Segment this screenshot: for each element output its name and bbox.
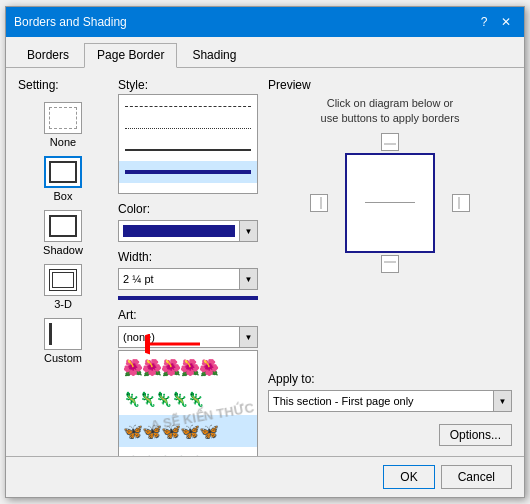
dialog-footer: OK Cancel bbox=[6, 456, 524, 497]
none-icon-box bbox=[44, 102, 82, 134]
color-label: Color: bbox=[118, 202, 258, 216]
art-item-2[interactable]: 🦎🦎🦎🦎🦎 bbox=[119, 383, 257, 415]
left-border-icon bbox=[316, 197, 322, 209]
preview-hint: Click on diagram below oruse buttons to … bbox=[321, 96, 460, 127]
preview-right-border-btn[interactable] bbox=[452, 194, 470, 212]
setting-box-label: Box bbox=[54, 190, 73, 202]
dialog-body: Setting: None Box Shadow bbox=[6, 68, 524, 456]
style-line-3 bbox=[125, 149, 251, 151]
setting-3d[interactable]: 3-D bbox=[18, 262, 108, 312]
custom-icon-box bbox=[44, 318, 82, 350]
ok-button[interactable]: OK bbox=[383, 465, 434, 489]
preview-left-border-btn[interactable] bbox=[310, 194, 328, 212]
style-label: Style: bbox=[118, 78, 258, 92]
art-item-1[interactable]: 🌺🌺🌺🌺🌺 bbox=[119, 351, 257, 383]
options-button[interactable]: Options... bbox=[439, 424, 512, 446]
width-dropdown-arrow: ▼ bbox=[239, 269, 257, 289]
width-label: Width: bbox=[118, 250, 258, 264]
apply-section: Apply to: This section - First page only… bbox=[268, 372, 512, 446]
close-button[interactable]: ✕ bbox=[496, 12, 516, 32]
art-pattern-3: 🦋🦋🦋🦋🦋 bbox=[119, 416, 257, 446]
setting-panel: Setting: None Box Shadow bbox=[18, 78, 108, 446]
apply-label: Apply to: bbox=[268, 372, 512, 386]
setting-box[interactable]: Box bbox=[18, 154, 108, 204]
art-item-3[interactable]: 🦋🦋🦋🦋🦋 bbox=[119, 415, 257, 447]
top-border-icon bbox=[384, 139, 396, 145]
custom-icon bbox=[49, 323, 77, 345]
shadow-icon-box bbox=[44, 210, 82, 242]
box-icon-box bbox=[44, 156, 82, 188]
art-list-container[interactable]: 🌺🌺🌺🌺🌺 🦎🦎🦎🦎🦎 🦋🦋🦋🦋🦋 🐞🐞🐞🐞🐞 🐜🐜🐜🐜🐜 bbox=[118, 350, 258, 456]
middle-panel: Style: bbox=[118, 78, 258, 446]
setting-none-label: None bbox=[50, 136, 76, 148]
art-dropdown-arrow: ▼ bbox=[239, 327, 257, 347]
right-border-icon bbox=[458, 197, 464, 209]
3d-icon-box bbox=[44, 264, 82, 296]
tab-shading[interactable]: Shading bbox=[179, 43, 249, 67]
preview-top-border-btn[interactable] bbox=[381, 133, 399, 151]
width-preview-line bbox=[118, 296, 258, 300]
style-list-container[interactable] bbox=[118, 94, 258, 194]
color-swatch bbox=[123, 225, 235, 237]
style-line-4 bbox=[125, 170, 251, 174]
setting-3d-label: 3-D bbox=[54, 298, 72, 310]
style-item-4[interactable] bbox=[119, 161, 257, 183]
style-line-1 bbox=[125, 106, 251, 107]
dialog-title: Borders and Shading bbox=[14, 15, 127, 29]
style-item-3[interactable] bbox=[119, 139, 257, 161]
borders-shading-dialog: Borders and Shading ? ✕ Borders Page Bor… bbox=[5, 6, 525, 498]
preview-doc-line bbox=[365, 202, 415, 203]
tab-page-border[interactable]: Page Border bbox=[84, 43, 177, 68]
width-section: Width: 2 ¼ pt ▼ bbox=[118, 250, 258, 300]
setting-custom-label: Custom bbox=[44, 352, 82, 364]
art-pattern-2: 🦎🦎🦎🦎🦎 bbox=[119, 384, 257, 414]
preview-area bbox=[310, 133, 470, 273]
art-section: Art: (none) ▼ 🌺🌺🌺🌺🌺 🦎🦎🦎🦎🦎 🦋🦋🦋🦋🦋 bbox=[118, 308, 258, 456]
help-button[interactable]: ? bbox=[474, 12, 494, 32]
none-icon bbox=[49, 107, 77, 129]
color-value bbox=[119, 225, 239, 237]
art-value: (none) bbox=[119, 331, 239, 343]
style-list bbox=[119, 95, 257, 183]
cancel-button[interactable]: Cancel bbox=[441, 465, 512, 489]
setting-label: Setting: bbox=[18, 78, 108, 92]
title-controls: ? ✕ bbox=[474, 12, 516, 32]
style-line-2 bbox=[125, 128, 251, 129]
art-label: Art: bbox=[118, 308, 258, 322]
apply-to-dropdown[interactable]: This section - First page only ▼ bbox=[268, 390, 512, 412]
color-dropdown[interactable]: ▼ bbox=[118, 220, 258, 242]
apply-to-arrow: ▼ bbox=[493, 391, 511, 411]
3d-icon bbox=[49, 269, 77, 291]
preview-section: Preview Click on diagram below oruse but… bbox=[268, 78, 512, 364]
style-item-2[interactable] bbox=[119, 117, 257, 139]
art-pattern-4: 🐞🐞🐞🐞🐞 bbox=[119, 448, 257, 456]
apply-to-value: This section - First page only bbox=[269, 395, 493, 407]
right-panel: Preview Click on diagram below oruse but… bbox=[268, 78, 512, 446]
preview-document bbox=[345, 153, 435, 253]
title-bar: Borders and Shading ? ✕ bbox=[6, 7, 524, 37]
color-section: Color: ▼ bbox=[118, 202, 258, 242]
style-section: Style: bbox=[118, 78, 258, 194]
color-dropdown-arrow: ▼ bbox=[239, 221, 257, 241]
art-dropdown[interactable]: (none) ▼ bbox=[118, 326, 258, 348]
shadow-icon bbox=[49, 215, 77, 237]
art-pattern-1: 🌺🌺🌺🌺🌺 bbox=[119, 352, 257, 382]
setting-shadow-label: Shadow bbox=[43, 244, 83, 256]
bottom-border-icon bbox=[384, 261, 396, 267]
width-value: 2 ¼ pt bbox=[119, 273, 239, 285]
setting-custom[interactable]: Custom bbox=[18, 316, 108, 366]
art-item-4[interactable]: 🐞🐞🐞🐞🐞 bbox=[119, 447, 257, 456]
width-dropdown[interactable]: 2 ¼ pt ▼ bbox=[118, 268, 258, 290]
setting-none[interactable]: None bbox=[18, 100, 108, 150]
preview-bottom-border-btn[interactable] bbox=[381, 255, 399, 273]
setting-shadow[interactable]: Shadow bbox=[18, 208, 108, 258]
tab-borders[interactable]: Borders bbox=[14, 43, 82, 67]
preview-title: Preview bbox=[268, 78, 311, 92]
box-icon bbox=[49, 161, 77, 183]
tab-bar: Borders Page Border Shading bbox=[6, 37, 524, 68]
style-item-1[interactable] bbox=[119, 95, 257, 117]
